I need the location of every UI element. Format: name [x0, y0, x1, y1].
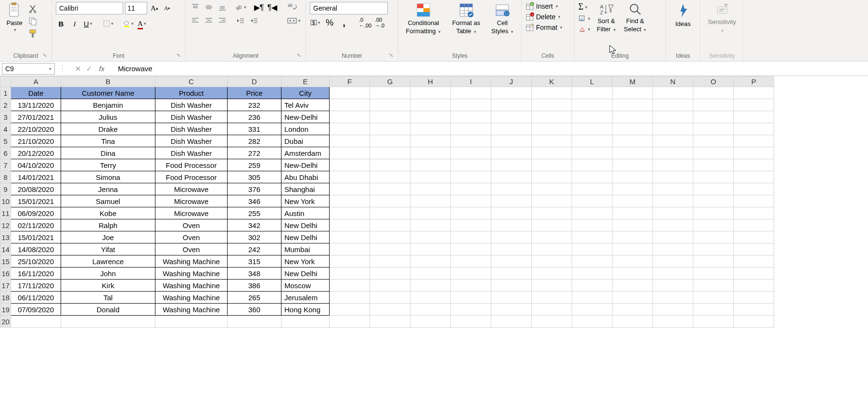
cell[interactable]	[653, 159, 693, 171]
cell[interactable]	[410, 280, 451, 292]
cell[interactable]	[370, 99, 410, 111]
cell[interactable]: Abu Dhabi	[281, 171, 330, 183]
format-painter-icon[interactable]	[28, 29, 38, 38]
merge-center-button[interactable]: ▾	[285, 15, 302, 26]
cell[interactable]: Julius	[61, 111, 155, 123]
cell[interactable]	[330, 207, 370, 219]
cell[interactable]	[653, 99, 693, 111]
cell[interactable]	[613, 219, 653, 231]
cell[interactable]	[491, 280, 532, 292]
cell[interactable]: Lawrence	[61, 255, 155, 268]
cell[interactable]	[491, 171, 532, 183]
cell[interactable]: Joe	[61, 231, 155, 243]
cell[interactable]	[370, 171, 410, 183]
align-right-button[interactable]	[217, 15, 228, 26]
cell[interactable]	[693, 268, 734, 280]
cell[interactable]	[613, 87, 653, 99]
cell[interactable]	[532, 316, 572, 328]
font-size-combo[interactable]	[125, 2, 147, 14]
format-as-table-button[interactable]: Format as Table ▾	[447, 2, 485, 36]
cell[interactable]	[410, 292, 451, 304]
cell[interactable]: 20/08/2020	[11, 183, 61, 195]
name-box[interactable]: C9 ▾	[2, 63, 55, 75]
cell[interactable]	[653, 316, 693, 328]
cell[interactable]: Food Processor	[155, 171, 228, 183]
cell[interactable]	[370, 292, 410, 304]
orientation-button[interactable]: ab▾	[235, 2, 246, 13]
cell[interactable]	[451, 268, 491, 280]
column-header-A[interactable]: A	[11, 76, 61, 87]
cell[interactable]	[532, 292, 572, 304]
cell[interactable]	[532, 111, 572, 123]
cell[interactable]	[532, 123, 572, 135]
cell[interactable]	[532, 255, 572, 268]
cell[interactable]	[451, 219, 491, 231]
cell[interactable]	[653, 171, 693, 183]
cell[interactable]: 331	[228, 123, 281, 135]
cell[interactable]	[330, 111, 370, 123]
cell[interactable]	[734, 111, 774, 123]
cell[interactable]	[532, 219, 572, 231]
cell[interactable]	[532, 135, 572, 147]
cell[interactable]	[734, 147, 774, 159]
table-header-cell[interactable]: Price	[228, 87, 281, 99]
paste-button[interactable]: Paste ▾	[4, 2, 25, 32]
cell[interactable]: 04/10/2020	[11, 159, 61, 171]
cell[interactable]: New Delhi	[281, 219, 330, 231]
cell[interactable]	[693, 255, 734, 268]
cell[interactable]	[693, 243, 734, 255]
cell[interactable]	[451, 243, 491, 255]
cell[interactable]	[410, 268, 451, 280]
cell[interactable]	[653, 135, 693, 147]
cell[interactable]: 386	[228, 280, 281, 292]
cell[interactable]	[572, 111, 613, 123]
cell[interactable]	[693, 195, 734, 207]
cell[interactable]: Jenna	[61, 183, 155, 195]
cell[interactable]: 242	[228, 243, 281, 255]
cell[interactable]	[330, 316, 370, 328]
cell[interactable]	[572, 207, 613, 219]
align-top-button[interactable]	[190, 2, 201, 13]
cell[interactable]: Kirk	[61, 280, 155, 292]
cell[interactable]	[532, 99, 572, 111]
cell[interactable]	[734, 292, 774, 304]
column-header-E[interactable]: E	[281, 76, 330, 87]
cell[interactable]	[491, 231, 532, 243]
row-header-10[interactable]: 10	[0, 195, 11, 207]
cell[interactable]: 20/12/2020	[11, 147, 61, 159]
table-header-cell[interactable]: Date	[11, 87, 61, 99]
align-left-button[interactable]	[190, 15, 201, 26]
cell[interactable]: 13/11/2020	[11, 99, 61, 111]
cell[interactable]	[410, 135, 451, 147]
cell[interactable]: 232	[228, 99, 281, 111]
cell[interactable]	[410, 111, 451, 123]
cell[interactable]	[370, 219, 410, 231]
cell[interactable]	[370, 243, 410, 255]
cell[interactable]	[613, 183, 653, 195]
row-header-16[interactable]: 16	[0, 268, 11, 280]
column-header-P[interactable]: P	[734, 76, 774, 87]
cell[interactable]	[410, 147, 451, 159]
cell[interactable]: Dina	[61, 147, 155, 159]
cell[interactable]	[693, 304, 734, 316]
cell[interactable]	[734, 207, 774, 219]
ideas-button[interactable]: Ideas	[670, 2, 696, 28]
cell[interactable]	[532, 183, 572, 195]
cell[interactable]	[653, 231, 693, 243]
cell[interactable]	[410, 171, 451, 183]
column-header-I[interactable]: I	[451, 76, 491, 87]
cell[interactable]: New-Delhi	[281, 111, 330, 123]
cell[interactable]	[491, 183, 532, 195]
cell[interactable]	[491, 243, 532, 255]
cell[interactable]	[613, 135, 653, 147]
cell[interactable]	[734, 255, 774, 268]
table-header-cell[interactable]: Product	[155, 87, 228, 99]
cell[interactable]	[410, 207, 451, 219]
cell[interactable]: New York	[281, 195, 330, 207]
number-format-combo[interactable]	[310, 2, 388, 14]
column-header-J[interactable]: J	[491, 76, 532, 87]
cell[interactable]	[491, 147, 532, 159]
formula-input[interactable]: Microwave	[113, 64, 868, 74]
cell[interactable]	[653, 219, 693, 231]
cell[interactable]: Ralph	[61, 219, 155, 231]
